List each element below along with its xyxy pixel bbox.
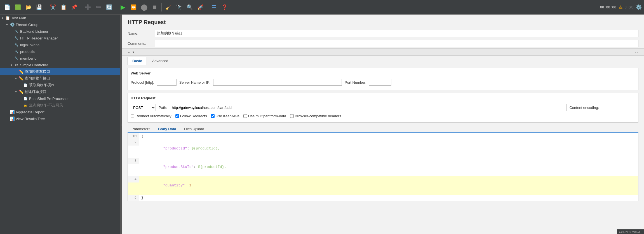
tree-item-add-cart-api[interactable]: ✏️ 添加购物车接口 (0, 68, 120, 75)
collapse-dots: ··· (633, 50, 638, 54)
collapse-bar[interactable]: ▲ ▼ ··· (122, 48, 644, 56)
keep-alive-label: Use KeepAlive (216, 114, 239, 118)
cut-btn[interactable]: ✂️ (48, 2, 58, 12)
redirect-auto-checkbox[interactable]: Redirect Automatically (131, 114, 171, 118)
remote-start-btn[interactable]: 🚀 (195, 2, 205, 12)
collapse-up-arrow: ▲ (128, 51, 130, 54)
expand-arrow (10, 50, 14, 53)
save-btn[interactable]: 💾 (34, 2, 44, 12)
run-no-pause-btn[interactable]: ⏩ (128, 2, 138, 12)
reset-btn[interactable]: 🔄 (104, 2, 114, 12)
port-input[interactable] (369, 79, 391, 86)
help-btn[interactable]: ❓ (220, 2, 230, 12)
expand-btn[interactable]: ➕ (83, 2, 93, 12)
follow-redirects-checkbox[interactable]: Follow Redirects (175, 114, 207, 118)
expand-arrow (6, 111, 10, 114)
test-plan-icon: 📋 (5, 15, 10, 20)
line-content-1: { (139, 133, 146, 139)
code-val-3: ${productId}, (198, 165, 226, 169)
copy-btn[interactable]: 📋 (58, 2, 69, 12)
open-file-btn[interactable]: 📂 (23, 2, 34, 12)
run-btn[interactable]: ▶ (118, 2, 128, 12)
expand-arrow: ▼ (15, 77, 18, 80)
tree-item-query-cart-api[interactable]: ▼ ✏️ 查询购物车接口 (0, 75, 120, 82)
tree-item-beanshell-preprocessor[interactable]: 📄 BeanShell PreProcessor (0, 95, 120, 102)
tree-item-login-tokens[interactable]: 🔧 loginTokens (0, 41, 120, 48)
thread-group-icon: ⚙️ (10, 22, 15, 27)
warning-count: 0 (625, 5, 627, 9)
tree-item-view-results-tree[interactable]: 📊 View Results Tree (0, 115, 120, 122)
tab-advanced[interactable]: Advanced (147, 57, 173, 65)
tree-item-query-cart-no-gateway[interactable]: 🔒 查询购物车-不走网关 (0, 102, 120, 109)
list-btn[interactable]: ☰ (209, 2, 219, 12)
open-template-btn[interactable]: 🟩 (13, 2, 23, 12)
http-header-icon: 🔧 (14, 36, 19, 41)
tree-item-http-header-manager[interactable]: 🔧 HTTP Header Manager (0, 35, 120, 41)
sub-tab-body-data[interactable]: Body Data (154, 125, 180, 133)
paste-btn[interactable]: 📌 (69, 2, 79, 12)
keep-alive-checkbox[interactable]: Use KeepAlive (211, 114, 239, 118)
tree-item-aggregate-report[interactable]: 📊 Aggregate Report (0, 109, 120, 115)
tree-label: memberId (20, 56, 37, 60)
error-count: 0/0 (629, 5, 633, 9)
comments-row: Comments: (122, 38, 644, 48)
stop-btn[interactable]: ⬤ (139, 2, 149, 12)
new-test-plan-btn[interactable]: 📄 (2, 2, 12, 12)
clear-all-btn[interactable]: 🧹 (163, 2, 173, 12)
sub-tab-parameters[interactable]: Parameters (128, 125, 154, 132)
tree-item-product-id[interactable]: 🔧 productId (0, 48, 120, 55)
server-input[interactable] (213, 79, 342, 86)
follow-redirects-input[interactable] (175, 114, 179, 118)
line-content-5: } (139, 195, 146, 201)
login-tokens-icon: 🔧 (14, 42, 19, 47)
line-content-2: "productId": ${productId}, (139, 139, 222, 158)
tree-label: 创建订单接口 (25, 89, 46, 94)
tree-item-get-cart-item-id[interactable]: 📄 获取购物车项id (0, 82, 120, 88)
settings-icon: ⚙️ (636, 4, 642, 10)
browser-headers-checkbox[interactable]: Browser-compatible headers (290, 114, 341, 118)
tree-label: Backend Listener (20, 29, 48, 34)
tree-item-test-plan[interactable]: ▼ 📋 Test Plan (0, 15, 120, 21)
method-select[interactable]: POST GET PUT DELETE (131, 104, 156, 111)
multipart-input[interactable] (243, 114, 247, 118)
sep4 (161, 3, 162, 11)
line-num-5: 5 (128, 195, 139, 201)
comments-input[interactable] (155, 40, 638, 47)
browser-headers-input[interactable] (290, 114, 294, 118)
encoding-label: Content encoding: (569, 106, 599, 110)
expand-arrow (15, 70, 18, 73)
code-key-3: "productSkuId" (163, 165, 194, 169)
name-input[interactable] (155, 30, 638, 37)
code-editor[interactable]: 1□ { 2 "productId": ${productId}, 3 "pro… (128, 133, 638, 201)
redirect-auto-input[interactable] (131, 114, 134, 118)
tree-item-simple-controller[interactable]: ▼ 🗂 Simple Controller (0, 62, 120, 68)
shutdown-btn[interactable]: ⏹ (150, 2, 160, 12)
keep-alive-input[interactable] (211, 114, 215, 118)
expand-arrow (19, 84, 23, 87)
tab-basic[interactable]: Basic (128, 57, 147, 65)
backend-listener-icon: 🔧 (14, 29, 19, 34)
sep2 (81, 3, 81, 11)
encoding-input[interactable] (602, 104, 635, 111)
expand-arrow (6, 117, 10, 120)
search-btn[interactable]: 🔍 (185, 2, 195, 12)
tree-item-thread-group[interactable]: ▼ ⚙️ Thread Group (0, 21, 120, 28)
path-input[interactable] (170, 104, 567, 111)
method-wrap: POST GET PUT DELETE (131, 104, 156, 111)
multipart-checkbox[interactable]: Use multipart/form-data (243, 114, 286, 118)
server-label: Server Name or IP: (179, 80, 210, 85)
expand-arrow (19, 104, 23, 107)
sub-tab-files-upload[interactable]: Files Upload (180, 125, 208, 132)
function-helper-btn[interactable]: 🔭 (174, 2, 184, 12)
line-content-3: "productSkuId": ${productId}, (139, 158, 229, 176)
tree-item-member-id[interactable]: 🔧 memberId (0, 55, 120, 62)
collapse-btn[interactable]: ➖ (93, 2, 104, 12)
simple-controller-icon: 🗂 (14, 62, 19, 67)
line-num-4: 4 (128, 176, 139, 182)
status-bar: CSDN © MeiGIT (617, 229, 644, 234)
redirect-auto-label: Redirect Automatically (135, 114, 171, 118)
tree-item-create-order-api[interactable]: ▼ ✏️ 创建订单接口 (0, 88, 120, 95)
tree-item-backend-listener[interactable]: 🔧 Backend Listener (0, 28, 120, 35)
protocol-input[interactable] (157, 79, 177, 86)
beanshell-preprocessor-icon: 📄 (23, 96, 28, 101)
